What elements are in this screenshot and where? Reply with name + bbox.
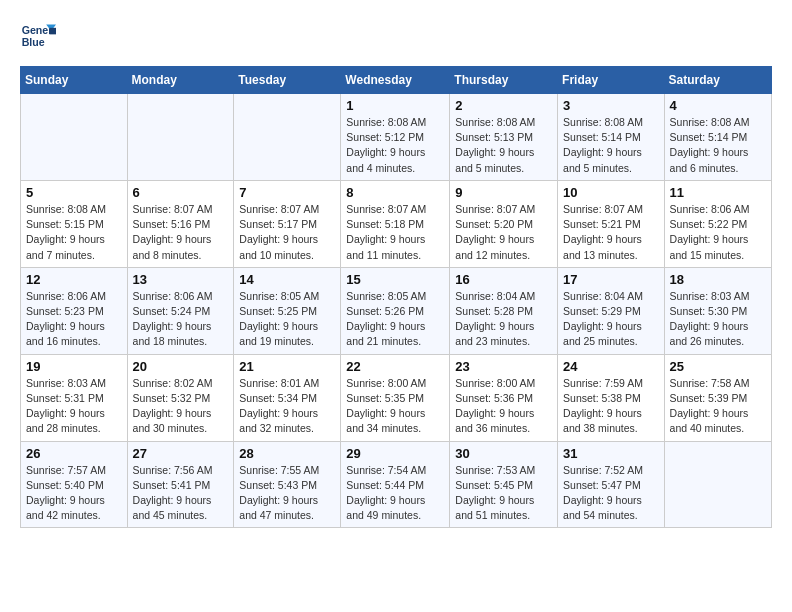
day-number: 10 <box>563 185 659 200</box>
day-info: Sunrise: 7:56 AM Sunset: 5:41 PM Dayligh… <box>133 463 229 524</box>
calendar-cell: 20Sunrise: 8:02 AM Sunset: 5:32 PM Dayli… <box>127 354 234 441</box>
day-number: 26 <box>26 446 122 461</box>
logo: General Blue <box>20 18 60 54</box>
day-info: Sunrise: 8:08 AM Sunset: 5:15 PM Dayligh… <box>26 202 122 263</box>
day-info: Sunrise: 8:07 AM Sunset: 5:18 PM Dayligh… <box>346 202 444 263</box>
day-info: Sunrise: 8:02 AM Sunset: 5:32 PM Dayligh… <box>133 376 229 437</box>
calendar-cell: 2Sunrise: 8:08 AM Sunset: 5:13 PM Daylig… <box>450 94 558 181</box>
day-number: 21 <box>239 359 335 374</box>
day-info: Sunrise: 8:07 AM Sunset: 5:20 PM Dayligh… <box>455 202 552 263</box>
day-number: 28 <box>239 446 335 461</box>
calendar-cell: 29Sunrise: 7:54 AM Sunset: 5:44 PM Dayli… <box>341 441 450 528</box>
calendar-cell: 28Sunrise: 7:55 AM Sunset: 5:43 PM Dayli… <box>234 441 341 528</box>
calendar-cell: 23Sunrise: 8:00 AM Sunset: 5:36 PM Dayli… <box>450 354 558 441</box>
day-number: 5 <box>26 185 122 200</box>
weekday-header-row: SundayMondayTuesdayWednesdayThursdayFrid… <box>21 67 772 94</box>
header: General Blue <box>20 18 772 54</box>
weekday-header-tuesday: Tuesday <box>234 67 341 94</box>
day-number: 1 <box>346 98 444 113</box>
calendar-week-row: 26Sunrise: 7:57 AM Sunset: 5:40 PM Dayli… <box>21 441 772 528</box>
day-info: Sunrise: 8:06 AM Sunset: 5:22 PM Dayligh… <box>670 202 766 263</box>
day-number: 3 <box>563 98 659 113</box>
calendar-cell: 14Sunrise: 8:05 AM Sunset: 5:25 PM Dayli… <box>234 267 341 354</box>
day-info: Sunrise: 8:04 AM Sunset: 5:29 PM Dayligh… <box>563 289 659 350</box>
day-info: Sunrise: 8:08 AM Sunset: 5:12 PM Dayligh… <box>346 115 444 176</box>
day-number: 23 <box>455 359 552 374</box>
day-info: Sunrise: 7:58 AM Sunset: 5:39 PM Dayligh… <box>670 376 766 437</box>
calendar-week-row: 1Sunrise: 8:08 AM Sunset: 5:12 PM Daylig… <box>21 94 772 181</box>
calendar-cell <box>127 94 234 181</box>
page: General Blue SundayMondayTuesdayWednesda… <box>0 0 792 546</box>
day-info: Sunrise: 7:53 AM Sunset: 5:45 PM Dayligh… <box>455 463 552 524</box>
day-number: 7 <box>239 185 335 200</box>
calendar-cell: 6Sunrise: 8:07 AM Sunset: 5:16 PM Daylig… <box>127 180 234 267</box>
svg-text:Blue: Blue <box>22 36 45 48</box>
calendar-week-row: 19Sunrise: 8:03 AM Sunset: 5:31 PM Dayli… <box>21 354 772 441</box>
calendar-cell: 25Sunrise: 7:58 AM Sunset: 5:39 PM Dayli… <box>664 354 771 441</box>
weekday-header-wednesday: Wednesday <box>341 67 450 94</box>
day-info: Sunrise: 7:57 AM Sunset: 5:40 PM Dayligh… <box>26 463 122 524</box>
weekday-header-thursday: Thursday <box>450 67 558 94</box>
weekday-header-monday: Monday <box>127 67 234 94</box>
day-number: 30 <box>455 446 552 461</box>
calendar-cell <box>234 94 341 181</box>
day-number: 2 <box>455 98 552 113</box>
day-number: 6 <box>133 185 229 200</box>
day-number: 20 <box>133 359 229 374</box>
calendar-cell: 9Sunrise: 8:07 AM Sunset: 5:20 PM Daylig… <box>450 180 558 267</box>
day-info: Sunrise: 8:04 AM Sunset: 5:28 PM Dayligh… <box>455 289 552 350</box>
day-number: 11 <box>670 185 766 200</box>
day-info: Sunrise: 8:01 AM Sunset: 5:34 PM Dayligh… <box>239 376 335 437</box>
day-info: Sunrise: 8:07 AM Sunset: 5:21 PM Dayligh… <box>563 202 659 263</box>
calendar-cell: 16Sunrise: 8:04 AM Sunset: 5:28 PM Dayli… <box>450 267 558 354</box>
day-info: Sunrise: 7:52 AM Sunset: 5:47 PM Dayligh… <box>563 463 659 524</box>
calendar-cell: 13Sunrise: 8:06 AM Sunset: 5:24 PM Dayli… <box>127 267 234 354</box>
calendar-cell: 1Sunrise: 8:08 AM Sunset: 5:12 PM Daylig… <box>341 94 450 181</box>
calendar-cell: 17Sunrise: 8:04 AM Sunset: 5:29 PM Dayli… <box>558 267 665 354</box>
day-number: 15 <box>346 272 444 287</box>
day-number: 25 <box>670 359 766 374</box>
day-info: Sunrise: 8:07 AM Sunset: 5:16 PM Dayligh… <box>133 202 229 263</box>
calendar-cell: 7Sunrise: 8:07 AM Sunset: 5:17 PM Daylig… <box>234 180 341 267</box>
weekday-header-sunday: Sunday <box>21 67 128 94</box>
day-info: Sunrise: 8:00 AM Sunset: 5:35 PM Dayligh… <box>346 376 444 437</box>
day-info: Sunrise: 8:05 AM Sunset: 5:26 PM Dayligh… <box>346 289 444 350</box>
calendar-cell: 12Sunrise: 8:06 AM Sunset: 5:23 PM Dayli… <box>21 267 128 354</box>
day-number: 12 <box>26 272 122 287</box>
calendar-cell: 10Sunrise: 8:07 AM Sunset: 5:21 PM Dayli… <box>558 180 665 267</box>
calendar-cell: 18Sunrise: 8:03 AM Sunset: 5:30 PM Dayli… <box>664 267 771 354</box>
calendar-cell: 30Sunrise: 7:53 AM Sunset: 5:45 PM Dayli… <box>450 441 558 528</box>
calendar-cell: 31Sunrise: 7:52 AM Sunset: 5:47 PM Dayli… <box>558 441 665 528</box>
day-info: Sunrise: 7:54 AM Sunset: 5:44 PM Dayligh… <box>346 463 444 524</box>
day-number: 17 <box>563 272 659 287</box>
day-info: Sunrise: 8:06 AM Sunset: 5:23 PM Dayligh… <box>26 289 122 350</box>
day-info: Sunrise: 8:07 AM Sunset: 5:17 PM Dayligh… <box>239 202 335 263</box>
day-info: Sunrise: 8:03 AM Sunset: 5:31 PM Dayligh… <box>26 376 122 437</box>
day-number: 27 <box>133 446 229 461</box>
calendar-cell: 8Sunrise: 8:07 AM Sunset: 5:18 PM Daylig… <box>341 180 450 267</box>
calendar-table: SundayMondayTuesdayWednesdayThursdayFrid… <box>20 66 772 528</box>
day-number: 13 <box>133 272 229 287</box>
day-number: 9 <box>455 185 552 200</box>
calendar-cell: 4Sunrise: 8:08 AM Sunset: 5:14 PM Daylig… <box>664 94 771 181</box>
day-number: 8 <box>346 185 444 200</box>
calendar-cell: 3Sunrise: 8:08 AM Sunset: 5:14 PM Daylig… <box>558 94 665 181</box>
day-number: 18 <box>670 272 766 287</box>
calendar-cell: 27Sunrise: 7:56 AM Sunset: 5:41 PM Dayli… <box>127 441 234 528</box>
calendar-cell: 19Sunrise: 8:03 AM Sunset: 5:31 PM Dayli… <box>21 354 128 441</box>
weekday-header-friday: Friday <box>558 67 665 94</box>
calendar-cell <box>21 94 128 181</box>
calendar-cell <box>664 441 771 528</box>
day-number: 4 <box>670 98 766 113</box>
day-info: Sunrise: 7:59 AM Sunset: 5:38 PM Dayligh… <box>563 376 659 437</box>
day-number: 16 <box>455 272 552 287</box>
day-info: Sunrise: 8:06 AM Sunset: 5:24 PM Dayligh… <box>133 289 229 350</box>
day-number: 14 <box>239 272 335 287</box>
day-info: Sunrise: 8:08 AM Sunset: 5:14 PM Dayligh… <box>670 115 766 176</box>
calendar-cell: 22Sunrise: 8:00 AM Sunset: 5:35 PM Dayli… <box>341 354 450 441</box>
weekday-header-saturday: Saturday <box>664 67 771 94</box>
day-info: Sunrise: 8:05 AM Sunset: 5:25 PM Dayligh… <box>239 289 335 350</box>
day-number: 24 <box>563 359 659 374</box>
calendar-cell: 15Sunrise: 8:05 AM Sunset: 5:26 PM Dayli… <box>341 267 450 354</box>
svg-marker-3 <box>49 28 56 35</box>
